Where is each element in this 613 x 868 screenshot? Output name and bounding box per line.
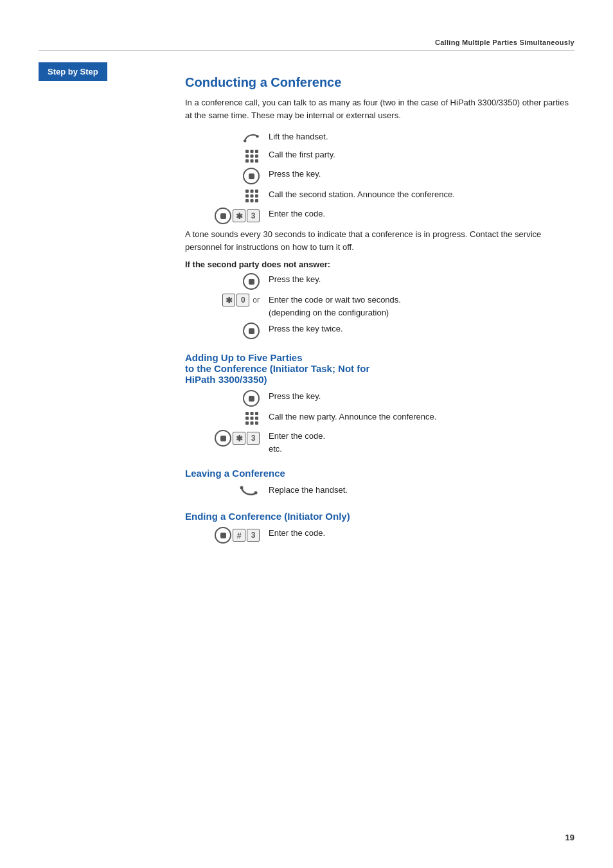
svg-rect-6 [251, 155, 254, 158]
step-text-enter-code-1: Enter the code. [269, 208, 574, 220]
step-text-no-answer-1: Press the key. [269, 273, 574, 286]
if-no-answer-label: If the second party does not answer: [185, 260, 574, 269]
svg-rect-15 [251, 195, 254, 198]
header-title: Calling Multiple Parties Simultaneously [435, 39, 574, 46]
num-box-0: 0 [236, 294, 249, 306]
step-text-ending-code: Enter the code. [269, 527, 574, 540]
circle-key-inner-7 [220, 533, 226, 538]
circle-key-icon-3 [243, 273, 260, 290]
svg-rect-3 [251, 150, 254, 153]
svg-rect-20 [245, 412, 249, 415]
circle-key-inner-2 [220, 213, 226, 219]
circle-key-inner-4 [249, 328, 254, 334]
keypad-icon-2 [244, 188, 260, 204]
svg-rect-25 [255, 417, 258, 420]
svg-rect-26 [245, 421, 249, 425]
step-icon-no-answer-key-2 [185, 323, 269, 339]
num-box-3-2: 3 [247, 432, 260, 445]
circle-key-icon-5 [243, 390, 260, 407]
step-icon-circle-key-1 [185, 168, 269, 184]
page: Calling Multiple Parties Simultaneously … [0, 0, 613, 868]
conducting-conference-section: Conducting a Conference In a conference … [185, 75, 574, 339]
circle-key-icon-2 [215, 208, 231, 224]
circle-key-icon-4 [243, 323, 260, 339]
star-box-3: ✱ [233, 432, 245, 445]
code-icon-row-2: ✱ 3 [215, 430, 260, 447]
svg-rect-28 [255, 421, 258, 425]
svg-rect-19 [255, 199, 258, 202]
svg-point-29 [240, 486, 244, 490]
svg-rect-17 [245, 199, 249, 202]
step-no-answer-key-1: Press the key. [185, 273, 574, 290]
circle-key-icon-6 [215, 430, 231, 447]
step-replace-handset: Replace the handset. [185, 484, 574, 498]
phone-lift-icon [242, 130, 260, 145]
ending-conference-section: Ending a Conference (Initiator Only) # 3… [185, 511, 574, 544]
step-icon-no-answer-key-1 [185, 273, 269, 290]
keypad-icon-1 [244, 148, 260, 164]
step-text-no-answer-3: Press the key twice. [269, 323, 574, 335]
svg-rect-13 [255, 190, 258, 193]
svg-rect-23 [245, 417, 249, 420]
hash-box-1: # [233, 529, 245, 542]
step-call-first: Call the first party. [185, 148, 574, 164]
step-text-replace-handset: Replace the handset. [269, 484, 574, 497]
step-text-add-call: Call the new party. Announce the confere… [269, 411, 574, 423]
code-icon-row-1: ✱ 3 [215, 208, 260, 224]
circle-key-inner-6 [220, 436, 226, 441]
step-add-enter-code: ✱ 3 Enter the code.etc. [185, 430, 574, 455]
step-icon-code-1: ✱ 3 [185, 208, 269, 224]
leaving-conference-section: Leaving a Conference Replace the handset… [185, 468, 574, 498]
svg-rect-5 [245, 155, 249, 158]
circle-key-icon-1 [243, 168, 260, 184]
svg-point-1 [256, 135, 258, 137]
svg-rect-24 [251, 417, 254, 420]
svg-point-30 [254, 492, 258, 495]
step-text-add-code: Enter the code.etc. [269, 430, 574, 455]
circle-key-inner-1 [249, 173, 254, 179]
circle-key-inner-5 [249, 396, 254, 402]
circle-key-inner-3 [249, 279, 254, 285]
svg-point-0 [244, 139, 246, 142]
step-by-step-box: Step by Step [39, 62, 107, 81]
step-icon-keypad2 [185, 188, 269, 204]
step-no-answer-key-twice: Press the key twice. [185, 323, 574, 339]
svg-rect-4 [255, 150, 258, 153]
svg-rect-18 [251, 199, 254, 202]
svg-rect-2 [245, 150, 249, 153]
step-lift-handset: Lift the handset. [185, 130, 574, 145]
page-number: 19 [565, 833, 574, 842]
star-box-1: ✱ [233, 209, 245, 222]
step-text-add-press: Press the key. [269, 390, 574, 403]
main-content: Conducting a Conference In a conference … [173, 62, 574, 549]
step-text-call-second: Call the second station. Announce the co… [269, 188, 574, 201]
adding-parties-section: Adding Up to Five Parties to the Confere… [185, 352, 574, 455]
step-text-lift: Lift the handset. [269, 130, 574, 143]
step-text-call-first: Call the first party. [269, 148, 574, 161]
content-area: Step by Step Conducting a Conference In … [39, 62, 574, 549]
svg-rect-11 [245, 190, 249, 193]
step-call-second: Call the second station. Announce the co… [185, 188, 574, 204]
num-box-3-1: 3 [247, 209, 260, 222]
step-enter-code-1: ✱ 3 Enter the code. [185, 208, 574, 224]
svg-rect-10 [255, 159, 258, 163]
ending-conference-title: Ending a Conference (Initiator Only) [185, 511, 574, 522]
step-icon-add-code: ✱ 3 [185, 430, 269, 447]
handset-down-icon [239, 484, 260, 498]
svg-rect-8 [245, 159, 249, 163]
step-text-press-key-1: Press the key. [269, 168, 574, 181]
conducting-conference-intro: In a conference call, you can talk to as… [185, 96, 574, 121]
step-add-call-new: Call the new party. Announce the confere… [185, 411, 574, 426]
step-press-key-1: Press the key. [185, 168, 574, 184]
left-sidebar: Step by Step [39, 62, 173, 549]
num-box-3-3: 3 [247, 529, 260, 542]
leaving-conference-title: Leaving a Conference [185, 468, 574, 479]
svg-rect-14 [245, 195, 249, 198]
step-icon-add-key [185, 390, 269, 407]
svg-rect-22 [255, 412, 258, 415]
svg-rect-16 [255, 195, 258, 198]
step-no-answer-code: ✱ 0 or Enter the code or wait two second… [185, 294, 574, 319]
step-text-no-answer-2: Enter the code or wait two seconds. (dep… [269, 294, 574, 319]
star-box-2: ✱ [222, 294, 235, 306]
adding-parties-title: Adding Up to Five Parties to the Confere… [185, 352, 574, 385]
